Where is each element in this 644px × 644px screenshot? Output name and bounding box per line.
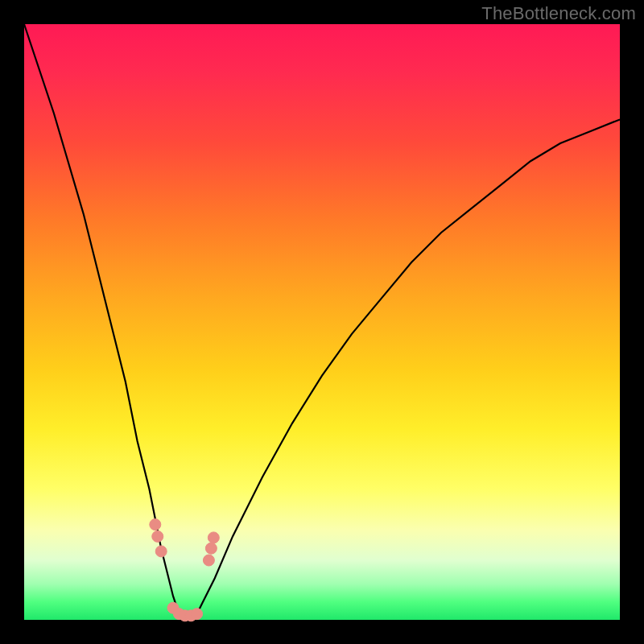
plot-area — [24, 24, 620, 620]
data-marker — [192, 609, 203, 620]
data-marker — [150, 519, 161, 530]
chart-svg — [24, 24, 620, 620]
chart-frame: TheBottleneck.com — [0, 0, 644, 644]
data-marker — [208, 532, 219, 543]
data-markers — [150, 519, 220, 621]
watermark-text: TheBottleneck.com — [481, 3, 636, 24]
bottleneck-curve — [24, 24, 620, 617]
data-marker — [205, 543, 217, 554]
data-marker — [203, 555, 214, 566]
data-marker — [152, 530, 163, 542]
data-marker — [155, 546, 167, 557]
